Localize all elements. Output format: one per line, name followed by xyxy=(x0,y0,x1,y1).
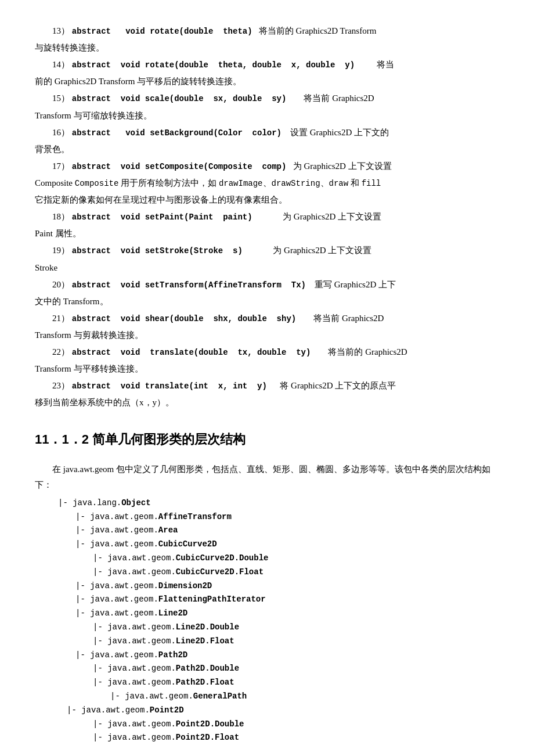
item-16-cont: 背景色。 xyxy=(35,142,499,157)
main-content: 13） abstract void rotate(double theta) 将… xyxy=(35,23,499,745)
item-16: 16） abstract void setBackground(Color co… xyxy=(35,125,499,141)
item-13-desc-pre: 将当前的 Graphics2D Transform xyxy=(254,26,376,35)
item-17-signature: abstract void setComposite(Composite com… xyxy=(72,162,287,171)
item-18-desc: Paint 属性。 xyxy=(35,229,81,238)
item-21-desc: Transform 与剪裁转换连接。 xyxy=(35,330,143,340)
item-14-number: 14） xyxy=(52,60,70,69)
item-15: 15） abstract void scale(double sx, doubl… xyxy=(35,91,499,106)
item-15-signature: abstract void scale(double sx, double sy… xyxy=(72,94,287,103)
item-14: 14） abstract void rotate(double theta, d… xyxy=(35,57,499,73)
hierarchy-item-9: |- java.awt.geom.Line2D xyxy=(75,607,499,621)
item-17-desc-cont2: 它指定新的像素如何在呈现过程中与图形设备上的现有像素组合。 xyxy=(35,195,287,204)
hierarchy-item-14: |- java.awt.geom.Path2D.Float xyxy=(93,676,499,690)
item-23-gap: 将 Graphics2D 上下文的原点平 xyxy=(269,381,396,390)
item-23: 23） abstract void translate(int x, int y… xyxy=(35,378,499,394)
item-22-gap: 将当前的 Graphics2D xyxy=(313,347,407,357)
item-20-cont: 文中的 Transform。 xyxy=(35,294,499,309)
item-18-cont: Paint 属性。 xyxy=(35,226,499,242)
section-intro: 在 java.awt.geom 包中定义了几何图形类，包括点、直线、矩形、圆、椭… xyxy=(35,462,499,493)
item-19-signature: abstract void setStroke(Stroke s) xyxy=(72,246,243,255)
item-16-gap: 设置 Graphics2D 上下文的 xyxy=(284,128,389,137)
item-14-cont: 前的 Graphics2D Transform 与平移后的旋转转换连接。 xyxy=(35,74,499,89)
hierarchy-item-7: |- java.awt.geom.Dimension2D xyxy=(75,579,499,593)
item-21-cont: Transform 与剪裁转换连接。 xyxy=(35,327,499,343)
hierarchy-item-13: |- java.awt.geom.Path2D.Double xyxy=(93,662,499,676)
item-23-cont: 移到当前坐标系统中的点（x，y）。 xyxy=(35,395,499,411)
hierarchy-container: |- java.lang.Object |- java.awt.geom.Aff… xyxy=(58,496,499,745)
item-15-number: 15） xyxy=(52,93,70,103)
item-18-signature: abstract void setPaint(Paint paint) xyxy=(72,213,252,222)
item-13: 13） abstract void rotate(double theta) 将… xyxy=(35,23,499,39)
item-20-number: 20） xyxy=(52,280,70,289)
item-19-gap: 为 Graphics2D 上下文设置 xyxy=(245,246,372,255)
item-17: 17） abstract void setComposite(Composite… xyxy=(35,159,499,174)
item-15-cont: Transform 与可缩放转换连接。 xyxy=(35,108,499,124)
item-14-desc: 前的 Graphics2D Transform 与平移后的旋转转换连接。 xyxy=(35,77,241,86)
item-15-desc: Transform 与可缩放转换连接。 xyxy=(35,111,152,120)
item-14-signature: abstract void rotate(double theta, doubl… xyxy=(72,60,355,70)
item-20-signature: abstract void setTransform(AffineTransfo… xyxy=(72,280,306,290)
item-23-signature: abstract void translate(int x, int y) xyxy=(72,381,267,391)
hierarchy-item-3: |- java.awt.geom.Area xyxy=(75,524,499,538)
item-13-cont: 与旋转转换连接。 xyxy=(35,40,499,56)
section-heading: 11．1．2 简单几何图形类的层次结构 xyxy=(35,428,499,451)
hierarchy-item-17: |- java.awt.geom.Point2D.Double xyxy=(93,718,499,732)
item-16-number: 16） xyxy=(52,128,70,137)
item-17-desc-cont: Composite Composite 用于所有绘制方法中，如 drawImag… xyxy=(35,178,381,188)
item-19: 19） abstract void setStroke(Stroke s) 为 … xyxy=(35,243,499,258)
hierarchy-item-16: |- java.awt.geom.Point2D xyxy=(67,704,499,718)
item-13-desc-cont: 与旋转转换连接。 xyxy=(35,43,104,52)
item-21-signature: abstract void shear(double shx, double s… xyxy=(72,314,296,323)
item-23-desc: 移到当前坐标系统中的点（x，y）。 xyxy=(35,398,174,407)
hierarchy-item-1: |- java.lang.Object xyxy=(58,496,499,510)
item-18-gap: 为 Graphics2D 上下文设置 xyxy=(254,212,381,221)
item-19-cont: Stroke xyxy=(35,260,499,276)
hierarchy-item-18: |- java.awt.geom.Point2D.Float xyxy=(93,731,499,745)
hierarchy-item-4: |- java.awt.geom.CubicCurve2D xyxy=(75,538,499,552)
item-13-number: 13） xyxy=(52,26,70,35)
item-19-number: 19） xyxy=(52,246,70,255)
item-17-cont: Composite Composite 用于所有绘制方法中，如 drawImag… xyxy=(35,175,499,191)
hierarchy-item-10: |- java.awt.geom.Line2D.Double xyxy=(93,621,499,635)
item-20-gap: 重写 Graphics2D 上下 xyxy=(308,280,396,289)
item-16-signature: abstract void setBackground(Color color) xyxy=(72,128,282,138)
item-15-gap: 将当前 Graphics2D xyxy=(288,93,374,103)
hierarchy-item-11: |- java.awt.geom.Line2D.Float xyxy=(93,635,499,649)
item-17-desc-pre: 为 Graphics2D 上下文设置 xyxy=(288,161,391,171)
item-22-desc: Transform 与平移转换连接。 xyxy=(35,364,143,373)
item-17-cont2: 它指定新的像素如何在呈现过程中与图形设备上的现有像素组合。 xyxy=(35,192,499,208)
item-18: 18） abstract void setPaint(Paint paint) … xyxy=(35,209,499,225)
item-13-signature: abstract void rotate(double theta) xyxy=(72,27,252,36)
item-20: 20） abstract void setTransform(AffineTra… xyxy=(35,277,499,293)
item-17-number: 17） xyxy=(52,161,70,171)
hierarchy-item-5: |- java.awt.geom.CubicCurve2D.Double xyxy=(93,552,499,566)
item-16-desc: 背景色。 xyxy=(35,145,70,154)
item-14-gap: 将当 xyxy=(357,60,394,69)
item-22-number: 22） xyxy=(52,347,70,357)
item-23-number: 23） xyxy=(52,381,70,390)
item-21-gap: 将当前 Graphics2D xyxy=(298,314,384,323)
hierarchy-item-6: |- java.awt.geom.CubicCurve2D.Float xyxy=(93,566,499,579)
item-18-number: 18） xyxy=(52,212,70,221)
hierarchy-item-15: |- java.awt.geom.GeneralPath xyxy=(110,690,499,704)
hierarchy-item-12: |- java.awt.geom.Path2D xyxy=(75,649,499,663)
hierarchy-item-8: |- java.awt.geom.FlatteningPathIterator xyxy=(75,593,499,607)
hierarchy-item-2: |- java.awt.geom.AffineTransform xyxy=(75,510,499,524)
item-21-number: 21） xyxy=(52,314,70,323)
item-22-cont: Transform 与平移转换连接。 xyxy=(35,361,499,377)
item-21: 21） abstract void shear(double shx, doub… xyxy=(35,311,499,326)
item-22-signature: abstract void translate(double tx, doubl… xyxy=(72,348,311,357)
item-20-desc: 文中的 Transform。 xyxy=(35,297,109,306)
item-22: 22） abstract void translate(double tx, d… xyxy=(35,344,499,360)
item-19-desc: Stroke xyxy=(35,263,57,272)
